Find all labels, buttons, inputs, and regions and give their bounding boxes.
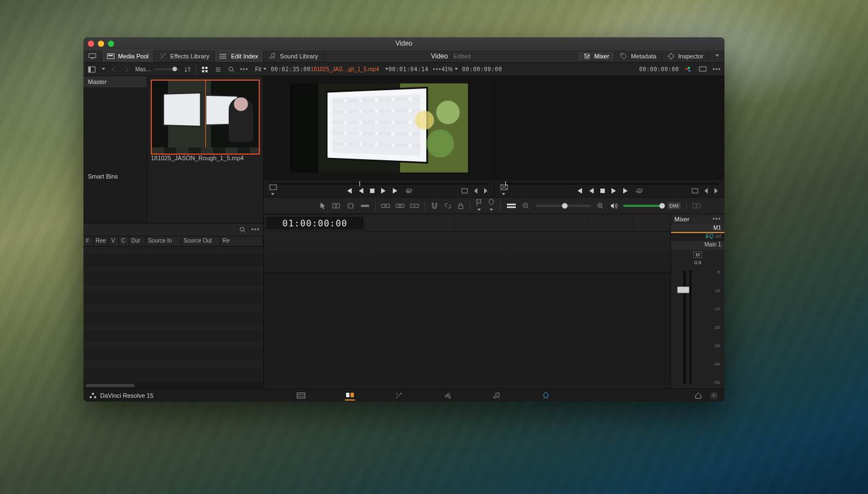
tl-options-menu[interactable]: •••	[712, 66, 721, 73]
stop-button[interactable]	[369, 188, 375, 194]
index-search-button[interactable]	[238, 225, 248, 235]
nav-forward[interactable]	[122, 65, 132, 75]
bin-smart-bins[interactable]: Smart Bins	[83, 171, 147, 182]
nav-back[interactable]	[108, 65, 119, 75]
mute-button[interactable]	[610, 202, 618, 210]
tl-mark-out-button[interactable]	[713, 187, 719, 194]
index-options-menu[interactable]: •••	[251, 226, 260, 234]
deliver-page[interactable]	[541, 391, 551, 401]
timeline-canvas[interactable]	[495, 76, 725, 180]
index-h-scrollbar[interactable]	[83, 383, 263, 388]
mixer-channel-name[interactable]: Main 1	[671, 241, 724, 250]
overwrite-button[interactable]	[396, 202, 405, 209]
col-c[interactable]: C	[119, 236, 129, 246]
col-source-in[interactable]: Source In	[146, 236, 181, 246]
table-row[interactable]	[83, 275, 263, 284]
mixer-options-menu[interactable]: •••	[712, 215, 721, 223]
src-fit-dropdown[interactable]: Fit	[255, 66, 267, 72]
go-end-button[interactable]	[392, 187, 400, 194]
table-row[interactable]	[83, 303, 263, 313]
blade-tool[interactable]	[361, 202, 369, 209]
mixer-mute-button[interactable]: M	[671, 250, 724, 260]
source-scrub-bar[interactable]	[270, 183, 487, 185]
video-track[interactable]	[264, 232, 670, 273]
timeline-timecode[interactable]: 01:00:00:00	[265, 216, 364, 230]
fusion-page[interactable]	[394, 391, 404, 401]
table-row[interactable]	[83, 284, 263, 294]
col-source-out[interactable]: Source Out	[181, 236, 220, 246]
grid-view-button[interactable]	[200, 65, 210, 75]
media-pool-toggle[interactable]: Media Pool	[102, 50, 154, 62]
app-name[interactable]: DaVinci Resolve 15	[83, 392, 159, 399]
table-row[interactable]	[83, 294, 263, 303]
go-start-button[interactable]	[345, 187, 353, 194]
match-frame-button[interactable]	[461, 187, 468, 194]
timeline-zoom-slider[interactable]	[535, 205, 591, 207]
insert-button[interactable]	[381, 202, 390, 209]
mixer-bus-tab[interactable]: M1	[671, 224, 724, 233]
src-overlay-button[interactable]	[269, 184, 278, 197]
table-row[interactable]	[83, 256, 263, 265]
tl-play-button[interactable]	[611, 187, 617, 194]
metadata-toggle[interactable]: Metadata	[615, 52, 662, 60]
table-row[interactable]	[83, 341, 263, 350]
src-timecode[interactable]: 00:01:04:14	[388, 66, 428, 72]
arrow-tool[interactable]	[319, 202, 326, 210]
table-row[interactable]	[83, 332, 263, 341]
mixer-fader[interactable]: -5-10-15-20-30-40-50	[671, 266, 724, 388]
mixer-toggle[interactable]: Mixer	[578, 52, 615, 60]
dynamic-trim-tool[interactable]	[346, 202, 355, 210]
media-options-menu[interactable]: •••	[240, 66, 249, 73]
zoom-in-button[interactable]	[596, 202, 604, 210]
tl-play-reverse-button[interactable]	[589, 187, 594, 194]
snap-toggle[interactable]	[431, 202, 438, 210]
mixer-eq-row[interactable]: EQ ıııl	[671, 233, 724, 241]
settings-button[interactable]	[710, 392, 718, 399]
titlebar[interactable]: Video	[83, 37, 724, 50]
table-row[interactable]	[83, 265, 263, 275]
home-button[interactable]	[694, 392, 702, 399]
col-reel[interactable]: Ree	[93, 236, 109, 246]
replace-button[interactable]	[410, 202, 419, 209]
sort-button[interactable]	[183, 65, 193, 75]
timeline-ruler[interactable]	[366, 214, 670, 232]
list-view-button[interactable]	[213, 65, 223, 75]
media-page[interactable]	[296, 391, 306, 401]
flag-dropdown[interactable]	[476, 199, 482, 213]
search-button[interactable]	[226, 65, 236, 75]
clip-filename[interactable]: 181025_JASON_Rough_1_5.mp4	[151, 155, 260, 161]
marker-dropdown[interactable]	[488, 199, 495, 213]
src-clip-name[interactable]: 181025_JAS…gh_1_5.mp4	[310, 66, 379, 72]
play-button[interactable]	[381, 187, 386, 194]
tl-go-end-button[interactable]	[622, 187, 630, 194]
tl-match-frame-button[interactable]	[691, 187, 699, 194]
loop-button[interactable]	[405, 187, 413, 194]
bin-breadcrumb[interactable]: Mas…	[135, 66, 151, 72]
col-num[interactable]: #	[83, 236, 93, 246]
tl-stop-button[interactable]	[600, 188, 605, 194]
media-grid[interactable]: 181025_JASON_Rough_1_5.mp4	[147, 76, 263, 223]
effects-library-toggle[interactable]: Effects Library	[154, 50, 215, 62]
dim-button[interactable]: DIM	[668, 202, 680, 209]
tl-overlay-button[interactable]	[500, 184, 509, 197]
trim-tool[interactable]	[332, 202, 341, 210]
table-row[interactable]	[83, 246, 263, 256]
tl-mark-in-button[interactable]	[703, 187, 709, 194]
play-reverse-button[interactable]	[358, 187, 364, 194]
workspace-layout-button[interactable]	[83, 50, 102, 62]
chevron-down-icon[interactable]	[100, 66, 105, 72]
inspector-toggle[interactable]: Inspector	[662, 52, 709, 60]
source-canvas[interactable]	[264, 76, 494, 180]
edit-index-toggle[interactable]: Edit Index	[215, 50, 264, 62]
bypass-grades-button[interactable]	[683, 65, 693, 75]
mark-out-button[interactable]	[483, 187, 489, 194]
col-v[interactable]: V	[109, 236, 119, 246]
table-row[interactable]	[83, 313, 263, 322]
expand-button[interactable]	[709, 52, 724, 59]
link-toggle[interactable]	[444, 202, 452, 210]
bin-view-toggle[interactable]	[87, 65, 97, 75]
sound-library-toggle[interactable]: Sound Library	[264, 50, 324, 62]
zoom-out-button[interactable]	[522, 202, 530, 210]
timeline-view-options[interactable]	[506, 202, 516, 209]
tl-loop-button[interactable]	[635, 187, 643, 194]
